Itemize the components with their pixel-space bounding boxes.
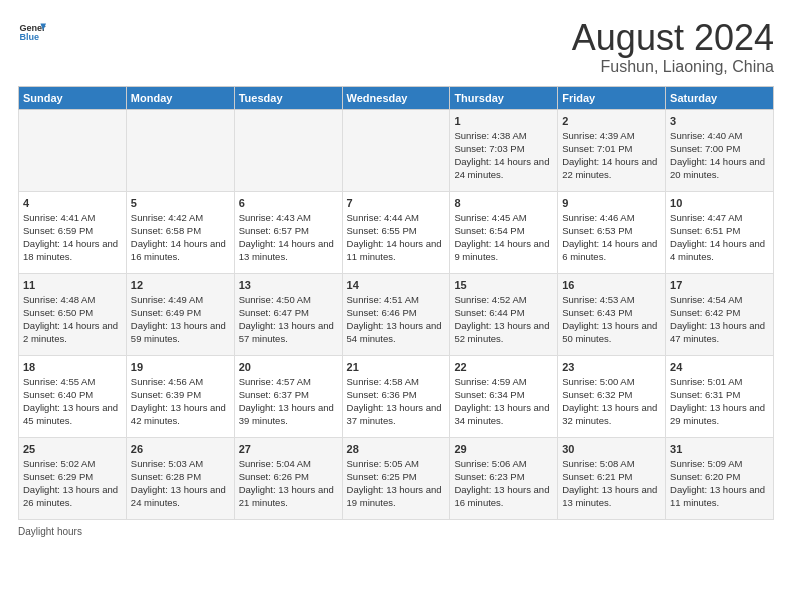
day-number: 23 [562,360,661,375]
day-number: 18 [23,360,122,375]
day-number: 21 [347,360,446,375]
calendar-cell: 25Sunrise: 5:02 AM Sunset: 6:29 PM Dayli… [19,437,127,519]
day-header-friday: Friday [558,86,666,109]
calendar-cell: 13Sunrise: 4:50 AM Sunset: 6:47 PM Dayli… [234,273,342,355]
calendar-cell: 7Sunrise: 4:44 AM Sunset: 6:55 PM Daylig… [342,191,450,273]
header: General Blue August 2024 Fushun, Liaonin… [18,18,774,76]
day-info: Sunrise: 4:53 AM Sunset: 6:43 PM Dayligh… [562,294,657,343]
day-info: Sunrise: 4:44 AM Sunset: 6:55 PM Dayligh… [347,212,442,261]
day-number: 8 [454,196,553,211]
calendar-body: 1Sunrise: 4:38 AM Sunset: 7:03 PM Daylig… [19,109,774,519]
calendar-cell: 27Sunrise: 5:04 AM Sunset: 6:26 PM Dayli… [234,437,342,519]
day-number: 26 [131,442,230,457]
day-number: 30 [562,442,661,457]
day-info: Sunrise: 5:02 AM Sunset: 6:29 PM Dayligh… [23,458,118,507]
day-info: Sunrise: 4:58 AM Sunset: 6:36 PM Dayligh… [347,376,442,425]
calendar-week-3: 11Sunrise: 4:48 AM Sunset: 6:50 PM Dayli… [19,273,774,355]
calendar-header: SundayMondayTuesdayWednesdayThursdayFrid… [19,86,774,109]
calendar-cell: 9Sunrise: 4:46 AM Sunset: 6:53 PM Daylig… [558,191,666,273]
calendar-cell: 1Sunrise: 4:38 AM Sunset: 7:03 PM Daylig… [450,109,558,191]
footer: Daylight hours [18,526,774,537]
calendar-cell: 29Sunrise: 5:06 AM Sunset: 6:23 PM Dayli… [450,437,558,519]
day-info: Sunrise: 5:09 AM Sunset: 6:20 PM Dayligh… [670,458,765,507]
day-info: Sunrise: 4:56 AM Sunset: 6:39 PM Dayligh… [131,376,226,425]
day-info: Sunrise: 4:46 AM Sunset: 6:53 PM Dayligh… [562,212,657,261]
main-title: August 2024 [572,18,774,58]
day-header-wednesday: Wednesday [342,86,450,109]
calendar-table: SundayMondayTuesdayWednesdayThursdayFrid… [18,86,774,520]
calendar-cell: 10Sunrise: 4:47 AM Sunset: 6:51 PM Dayli… [666,191,774,273]
day-number: 29 [454,442,553,457]
calendar-cell: 31Sunrise: 5:09 AM Sunset: 6:20 PM Dayli… [666,437,774,519]
calendar-cell: 6Sunrise: 4:43 AM Sunset: 6:57 PM Daylig… [234,191,342,273]
day-number: 9 [562,196,661,211]
day-info: Sunrise: 5:05 AM Sunset: 6:25 PM Dayligh… [347,458,442,507]
calendar-cell: 19Sunrise: 4:56 AM Sunset: 6:39 PM Dayli… [126,355,234,437]
day-number: 19 [131,360,230,375]
calendar-cell: 12Sunrise: 4:49 AM Sunset: 6:49 PM Dayli… [126,273,234,355]
calendar-week-4: 18Sunrise: 4:55 AM Sunset: 6:40 PM Dayli… [19,355,774,437]
calendar-cell: 8Sunrise: 4:45 AM Sunset: 6:54 PM Daylig… [450,191,558,273]
day-number: 15 [454,278,553,293]
day-info: Sunrise: 4:41 AM Sunset: 6:59 PM Dayligh… [23,212,118,261]
day-number: 11 [23,278,122,293]
day-info: Sunrise: 4:43 AM Sunset: 6:57 PM Dayligh… [239,212,334,261]
calendar-cell: 14Sunrise: 4:51 AM Sunset: 6:46 PM Dayli… [342,273,450,355]
calendar-cell: 5Sunrise: 4:42 AM Sunset: 6:58 PM Daylig… [126,191,234,273]
day-number: 13 [239,278,338,293]
calendar-cell: 15Sunrise: 4:52 AM Sunset: 6:44 PM Dayli… [450,273,558,355]
calendar-cell: 22Sunrise: 4:59 AM Sunset: 6:34 PM Dayli… [450,355,558,437]
day-number: 10 [670,196,769,211]
title-block: August 2024 Fushun, Liaoning, China [572,18,774,76]
day-header-monday: Monday [126,86,234,109]
day-number: 3 [670,114,769,129]
day-number: 6 [239,196,338,211]
day-number: 1 [454,114,553,129]
day-info: Sunrise: 4:40 AM Sunset: 7:00 PM Dayligh… [670,130,765,179]
day-info: Sunrise: 4:42 AM Sunset: 6:58 PM Dayligh… [131,212,226,261]
day-info: Sunrise: 5:08 AM Sunset: 6:21 PM Dayligh… [562,458,657,507]
calendar-cell: 23Sunrise: 5:00 AM Sunset: 6:32 PM Dayli… [558,355,666,437]
calendar-cell: 20Sunrise: 4:57 AM Sunset: 6:37 PM Dayli… [234,355,342,437]
day-number: 20 [239,360,338,375]
day-info: Sunrise: 4:49 AM Sunset: 6:49 PM Dayligh… [131,294,226,343]
day-number: 24 [670,360,769,375]
day-info: Sunrise: 5:03 AM Sunset: 6:28 PM Dayligh… [131,458,226,507]
calendar-cell: 30Sunrise: 5:08 AM Sunset: 6:21 PM Dayli… [558,437,666,519]
calendar-cell: 26Sunrise: 5:03 AM Sunset: 6:28 PM Dayli… [126,437,234,519]
calendar-week-1: 1Sunrise: 4:38 AM Sunset: 7:03 PM Daylig… [19,109,774,191]
day-info: Sunrise: 5:00 AM Sunset: 6:32 PM Dayligh… [562,376,657,425]
day-info: Sunrise: 4:57 AM Sunset: 6:37 PM Dayligh… [239,376,334,425]
day-number: 14 [347,278,446,293]
day-header-saturday: Saturday [666,86,774,109]
calendar-cell [234,109,342,191]
calendar-cell: 17Sunrise: 4:54 AM Sunset: 6:42 PM Dayli… [666,273,774,355]
day-number: 4 [23,196,122,211]
day-number: 7 [347,196,446,211]
day-info: Sunrise: 4:39 AM Sunset: 7:01 PM Dayligh… [562,130,657,179]
calendar-cell: 2Sunrise: 4:39 AM Sunset: 7:01 PM Daylig… [558,109,666,191]
calendar-cell: 21Sunrise: 4:58 AM Sunset: 6:36 PM Dayli… [342,355,450,437]
day-info: Sunrise: 4:50 AM Sunset: 6:47 PM Dayligh… [239,294,334,343]
day-info: Sunrise: 5:06 AM Sunset: 6:23 PM Dayligh… [454,458,549,507]
calendar-cell: 3Sunrise: 4:40 AM Sunset: 7:00 PM Daylig… [666,109,774,191]
day-info: Sunrise: 4:45 AM Sunset: 6:54 PM Dayligh… [454,212,549,261]
day-info: Sunrise: 5:04 AM Sunset: 6:26 PM Dayligh… [239,458,334,507]
day-info: Sunrise: 4:47 AM Sunset: 6:51 PM Dayligh… [670,212,765,261]
sub-title: Fushun, Liaoning, China [572,58,774,76]
day-number: 12 [131,278,230,293]
logo: General Blue [18,18,46,46]
calendar-cell: 16Sunrise: 4:53 AM Sunset: 6:43 PM Dayli… [558,273,666,355]
day-header-sunday: Sunday [19,86,127,109]
day-header-thursday: Thursday [450,86,558,109]
calendar-week-2: 4Sunrise: 4:41 AM Sunset: 6:59 PM Daylig… [19,191,774,273]
day-info: Sunrise: 4:55 AM Sunset: 6:40 PM Dayligh… [23,376,118,425]
day-info: Sunrise: 4:48 AM Sunset: 6:50 PM Dayligh… [23,294,118,343]
day-number: 16 [562,278,661,293]
day-number: 25 [23,442,122,457]
day-info: Sunrise: 4:59 AM Sunset: 6:34 PM Dayligh… [454,376,549,425]
calendar-week-5: 25Sunrise: 5:02 AM Sunset: 6:29 PM Dayli… [19,437,774,519]
day-info: Sunrise: 4:51 AM Sunset: 6:46 PM Dayligh… [347,294,442,343]
calendar-cell: 24Sunrise: 5:01 AM Sunset: 6:31 PM Dayli… [666,355,774,437]
day-number: 5 [131,196,230,211]
